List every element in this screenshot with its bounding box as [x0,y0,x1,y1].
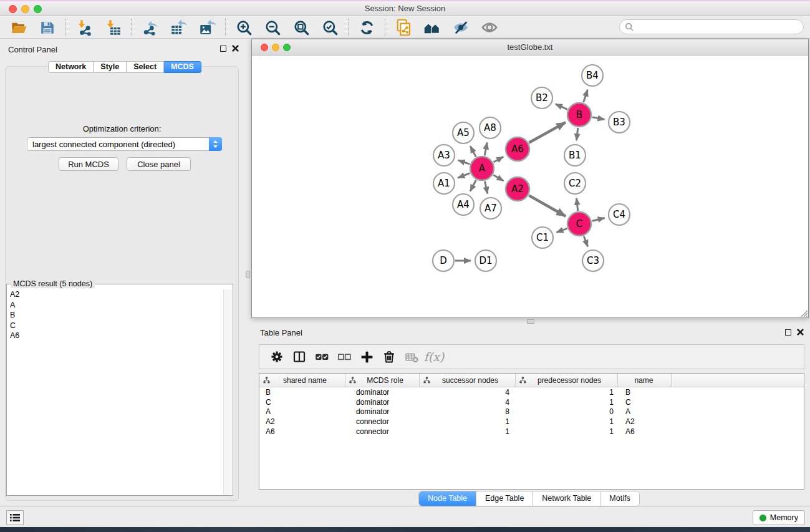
cell[interactable]: 4 [420,398,516,407]
mcds-result-item[interactable]: A [7,300,223,311]
cell[interactable]: C [259,398,345,407]
cell[interactable]: 4 [420,388,516,397]
optimization-select[interactable]: largest connected component (directed) [27,137,222,151]
graph-node-D[interactable]: D [433,250,454,271]
mcds-result-item[interactable]: B [7,310,223,321]
tab-network-table[interactable]: Network Table [533,491,600,506]
cell[interactable]: 0 [516,407,618,416]
graph-node-C1[interactable]: C1 [532,227,553,248]
open-session-button[interactable] [9,17,29,37]
graph-node-B1[interactable]: B1 [564,145,586,166]
cell[interactable]: B [618,388,672,397]
graph-node-A[interactable]: A [470,157,494,180]
cell[interactable]: dominator [345,407,420,416]
import-table-button[interactable] [103,17,123,37]
tab-network[interactable]: Network [48,61,94,73]
mcds-result-item[interactable]: A6 [7,331,223,341]
mcds-result-item[interactable]: C [7,321,223,331]
cell[interactable]: 8 [420,407,516,416]
import-network-button[interactable] [74,17,94,37]
cell[interactable]: A [618,407,672,416]
show-view-button[interactable] [480,17,499,37]
graph-edge-A-A3[interactable] [458,160,470,164]
float-panel-icon[interactable] [220,46,226,52]
column-header-MCDS-role[interactable]: MCDS role [345,374,420,387]
graph-node-C3[interactable]: C3 [582,250,604,271]
graph-node-B[interactable]: B [567,103,591,127]
cell[interactable]: A [259,407,345,416]
deselect-all-columns-button[interactable] [333,346,355,367]
tab-motifs[interactable]: Motifs [600,491,639,506]
float-table-panel-icon[interactable] [785,329,791,336]
hide-annotations-button[interactable] [451,17,471,37]
table-row-A6[interactable]: A6connector11A6 [259,427,804,437]
cell[interactable]: 1 [420,417,516,426]
graph-edge-B-B4[interactable] [584,90,588,102]
zoom-out-button[interactable] [263,17,282,37]
tab-edge-table[interactable]: Edge Table [476,491,533,506]
cell[interactable]: 1 [516,388,618,397]
column-header-name[interactable]: name [618,374,672,387]
graph-node-C2[interactable]: C2 [564,173,586,194]
cell[interactable]: C [618,398,672,407]
graph-node-A1[interactable]: A1 [433,173,455,194]
cell[interactable]: dominator [345,398,420,407]
close-table-panel-icon[interactable] [797,329,804,336]
cell[interactable]: connector [345,427,420,436]
column-header-successor-nodes[interactable]: successor nodes [420,374,516,387]
graph-node-B3[interactable]: B3 [609,112,630,133]
cell[interactable]: 1 [516,417,618,426]
cell[interactable]: dominator [345,388,420,397]
network-window-titlebar[interactable]: testGlobe.txt [252,39,808,56]
table-settings-button[interactable] [266,346,288,367]
show-columns-button[interactable] [288,346,311,367]
mcds-result-item[interactable]: A2 [7,289,223,300]
table-row-A2[interactable]: A2connector11A2 [259,417,804,427]
graph-edge-A-A1[interactable] [458,173,470,178]
graph-node-A4[interactable]: A4 [453,194,474,215]
graph-node-B2[interactable]: B2 [531,87,552,109]
cell[interactable]: 1 [516,398,618,407]
cell[interactable]: connector [345,417,420,426]
graph-node-A2[interactable]: A2 [506,177,529,201]
graph-edge-A-A5[interactable] [470,146,476,157]
resize-grip-icon[interactable] [800,309,808,317]
table-row-C[interactable]: Cdominator41C [259,397,804,407]
export-network-button[interactable] [140,17,160,37]
save-session-button[interactable] [37,17,57,37]
cell[interactable]: A6 [618,427,672,436]
graph-edge-B-B2[interactable] [556,104,567,110]
cell[interactable]: A2 [618,417,672,426]
close-panel-button[interactable]: Close panel [127,157,191,171]
zoom-fit-button[interactable] [291,17,311,37]
graph-node-C4[interactable]: C4 [609,204,630,225]
close-panel-icon[interactable] [232,45,239,52]
table-row-B[interactable]: Bdominator41B [259,387,804,397]
duplicate-network-button[interactable] [393,17,413,37]
select-all-columns-button[interactable] [311,346,333,367]
graph-node-A7[interactable]: A7 [480,198,501,219]
graph-edge-A-A2[interactable] [493,175,503,181]
create-column-button[interactable] [355,346,378,367]
graph-edge-A6-B[interactable] [529,122,566,143]
cell[interactable]: B [259,388,345,397]
graph-edge-A2-C[interactable] [529,195,566,216]
graph-node-A6[interactable]: A6 [506,137,529,161]
export-image-button[interactable] [197,17,217,37]
graph-node-A3[interactable]: A3 [433,145,455,166]
graph-edge-A-A8[interactable] [485,143,487,156]
cell[interactable]: A2 [259,417,345,426]
search-box[interactable] [619,19,804,34]
graph-edge-B-B3[interactable] [592,117,605,120]
memory-button[interactable]: Memory [753,510,805,525]
cell[interactable]: 1 [516,427,618,436]
column-header-shared-name[interactable]: shared name [259,374,345,387]
graph-edge-A-A7[interactable] [485,181,487,194]
cell[interactable]: 1 [420,427,516,436]
graph-edge-C-C3[interactable] [584,236,587,247]
graph-edge-B-B1[interactable] [577,128,578,140]
graph-edge-A-A4[interactable] [470,180,476,191]
horizontal-divider-grip[interactable] [527,319,534,324]
task-history-button[interactable] [6,510,24,525]
cell[interactable]: A6 [259,427,345,436]
